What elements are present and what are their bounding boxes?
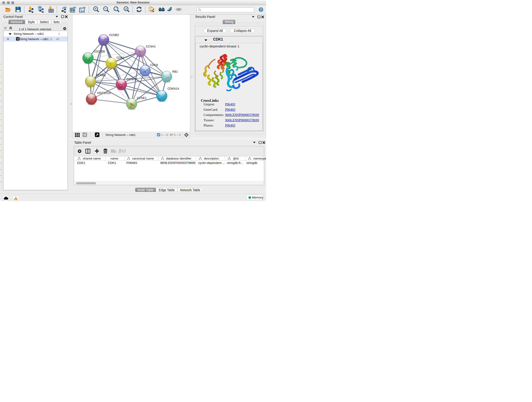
svg-text:RB1: RB1: [172, 70, 178, 73]
svg-text:CCNE1: CCNE1: [137, 96, 147, 100]
svg-text:CDC6: CDC6: [150, 64, 158, 67]
svg-text:CDKN1A: CDKN1A: [167, 87, 179, 90]
svg-text:CCNA2: CCNA2: [127, 78, 136, 81]
svg-text:CDC25B: CDC25B: [94, 50, 105, 53]
svg-text:CCNB1: CCNB1: [96, 74, 106, 77]
svg-text:HIST1H1A: HIST1H1A: [97, 91, 111, 95]
svg-text:?: ?: [260, 8, 262, 12]
svg-text:CDK1: CDK1: [116, 56, 124, 59]
svg-text:CCNA1: CCNA1: [146, 45, 156, 48]
svg-text:CCNB2: CCNB2: [109, 33, 119, 37]
